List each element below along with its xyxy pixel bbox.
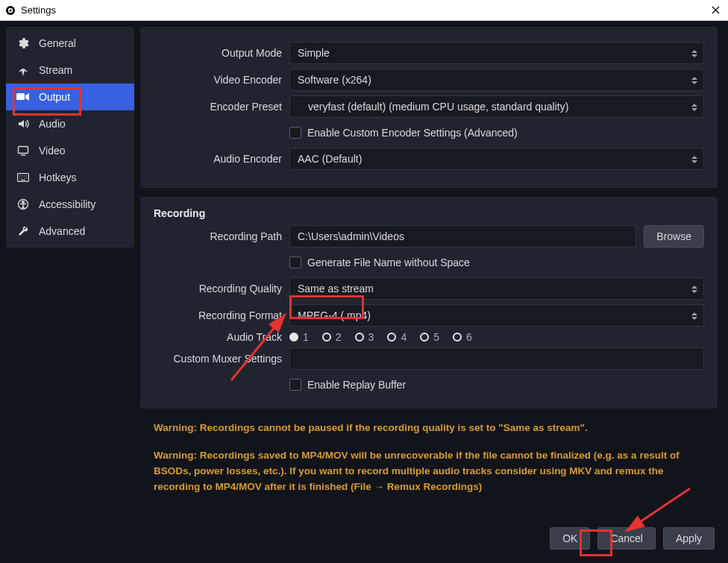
sidebar-item-label: Audio xyxy=(39,118,66,130)
updown-icon xyxy=(688,280,700,298)
output-icon xyxy=(16,92,30,102)
sidebar-item-stream[interactable]: Stream xyxy=(6,57,134,84)
svg-point-2 xyxy=(9,9,11,11)
video-encoder-value: Software (x264) xyxy=(298,74,371,86)
updown-icon xyxy=(688,45,700,63)
recording-quality-label: Recording Quality xyxy=(154,283,282,295)
recording-format-value: MPEG-4 (.mp4) xyxy=(298,309,371,321)
muxer-settings-input[interactable] xyxy=(289,347,704,370)
output-mode-select[interactable]: Simple xyxy=(289,42,704,64)
updown-icon xyxy=(688,307,700,325)
cancel-button[interactable]: Cancel xyxy=(597,527,656,550)
recording-panel: Recording Recording Path C:\Users\admin\… xyxy=(140,197,718,409)
keyboard-icon xyxy=(16,173,30,182)
sidebar-item-hotkeys[interactable]: Hotkeys xyxy=(6,164,134,191)
audio-track-group: 1 2 3 4 5 6 xyxy=(289,331,472,343)
sidebar-item-accessibility[interactable]: Accessibility xyxy=(6,191,134,218)
gear-icon xyxy=(16,37,30,49)
sidebar-item-general[interactable]: General xyxy=(6,30,134,57)
svg-point-3 xyxy=(22,71,24,72)
encoder-preset-select[interactable]: veryfast (default) (medium CPU usage, st… xyxy=(289,95,704,118)
streaming-panel: Output Mode Simple Video Encoder Softwar… xyxy=(140,27,718,188)
sidebar-item-label: Advanced xyxy=(39,225,85,237)
output-mode-label: Output Mode xyxy=(154,47,282,59)
sidebar-item-label: Video xyxy=(39,145,66,157)
recording-quality-select[interactable]: Same as stream xyxy=(289,277,704,300)
browse-button[interactable]: Browse xyxy=(644,225,704,248)
generate-filename-checkbox[interactable] xyxy=(289,257,301,268)
apply-button[interactable]: Apply xyxy=(663,527,715,550)
tools-icon xyxy=(16,225,30,237)
audio-track-6[interactable]: 6 xyxy=(453,331,472,343)
muxer-settings-label: Custom Muxer Settings xyxy=(154,353,282,365)
sidebar-item-label: General xyxy=(39,37,76,49)
sidebar-item-label: Accessibility xyxy=(39,198,95,210)
audio-encoder-label: Audio Encoder xyxy=(154,153,282,165)
generate-filename-label: Generate File Name without Space xyxy=(307,257,470,268)
svg-point-8 xyxy=(22,201,25,204)
updown-icon xyxy=(688,151,700,169)
audio-encoder-select[interactable]: AAC (Default) xyxy=(289,148,704,170)
output-mode-value: Simple xyxy=(298,47,330,59)
audio-track-5[interactable]: 5 xyxy=(420,331,439,343)
speaker-icon xyxy=(16,118,30,130)
audio-track-3[interactable]: 3 xyxy=(355,331,374,343)
audio-track-label: Audio Track xyxy=(154,331,282,343)
recording-format-label: Recording Format xyxy=(154,309,282,321)
audio-track-2[interactable]: 2 xyxy=(322,331,342,343)
video-encoder-label: Video Encoder xyxy=(154,74,282,86)
warning-2: Warning: Recordings saved to MP4/MOV wil… xyxy=(154,448,704,495)
enable-custom-encoder-checkbox[interactable] xyxy=(289,127,301,139)
accessibility-icon xyxy=(16,198,30,210)
enable-custom-encoder-label: Enable Custom Encoder Settings (Advanced… xyxy=(307,127,518,139)
titlebar: Settings xyxy=(0,0,728,21)
ok-button[interactable]: OK xyxy=(550,527,590,550)
updown-icon xyxy=(688,72,700,89)
video-encoder-select[interactable]: Software (x264) xyxy=(289,69,704,91)
audio-encoder-value: AAC (Default) xyxy=(298,153,362,165)
recording-path-value: C:\Users\admin\Videos xyxy=(298,230,404,242)
window-title: Settings xyxy=(21,4,56,16)
updown-icon xyxy=(688,98,700,116)
footer: OK Cancel Apply xyxy=(140,521,722,557)
app-icon xyxy=(4,4,16,16)
warning-1: Warning: Recordings cannot be paused if … xyxy=(154,421,704,436)
sidebar-item-label: Hotkeys xyxy=(39,172,77,183)
sidebar-item-video[interactable]: Video xyxy=(6,137,134,164)
sidebar-item-output[interactable]: Output xyxy=(6,84,134,110)
monitor-icon xyxy=(16,145,30,157)
recording-quality-value: Same as stream xyxy=(298,283,374,295)
broadcast-icon xyxy=(16,64,30,76)
encoder-preset-value: veryfast (default) (medium CPU usage, st… xyxy=(308,101,568,113)
sidebar-item-audio[interactable]: Audio xyxy=(6,110,134,137)
svg-rect-5 xyxy=(19,147,28,154)
close-button[interactable] xyxy=(709,3,722,16)
audio-track-4[interactable]: 4 xyxy=(387,331,407,343)
sidebar-item-label: Output xyxy=(39,91,70,103)
replay-buffer-label: Enable Replay Buffer xyxy=(307,379,406,391)
sidebar-item-label: Stream xyxy=(39,64,72,76)
warnings: Warning: Recordings cannot be paused if … xyxy=(140,418,718,513)
sidebar: General Stream Output Audio Video Hotkey… xyxy=(0,21,140,563)
sidebar-item-advanced[interactable]: Advanced xyxy=(6,218,134,245)
recording-path-input[interactable]: C:\Users\admin\Videos xyxy=(289,225,636,248)
recording-path-label: Recording Path xyxy=(154,230,282,242)
recording-title: Recording xyxy=(154,207,704,219)
svg-rect-4 xyxy=(16,93,25,100)
content: Output Mode Simple Video Encoder Softwar… xyxy=(140,21,728,563)
audio-track-1[interactable]: 1 xyxy=(289,331,309,343)
encoder-preset-label: Encoder Preset xyxy=(154,101,282,113)
replay-buffer-checkbox[interactable] xyxy=(289,379,301,391)
recording-format-select[interactable]: MPEG-4 (.mp4) xyxy=(289,304,704,327)
